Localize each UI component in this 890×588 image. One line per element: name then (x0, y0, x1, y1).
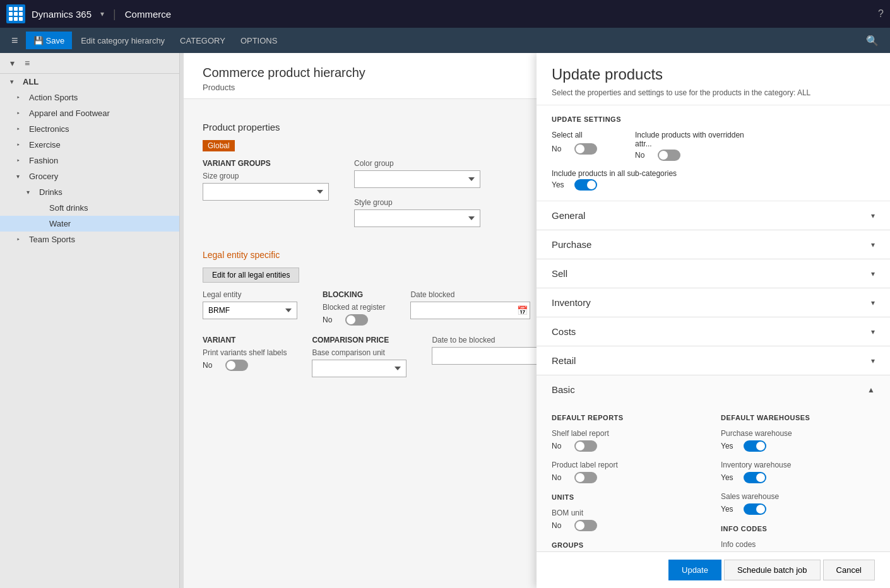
update-settings-label: UPDATE SETTINGS (552, 115, 875, 123)
date-to-be-blocked-input[interactable] (432, 347, 552, 365)
legal-entity-select[interactable]: BRMF (203, 302, 297, 319)
basic-right-column: DEFAULT WAREHOUSES Purchase warehouse Ye… (721, 414, 875, 551)
sidebar-label: Electronics (29, 124, 69, 134)
color-group-label: Color group (354, 159, 480, 168)
sidebar-item-action-sports[interactable]: ‣ Action Sports (0, 90, 179, 105)
accordion-sell: Sell ▾ (537, 259, 890, 288)
schedule-batch-job-button[interactable]: Schedule batch job (724, 560, 821, 580)
date-blocked-input[interactable] (410, 302, 530, 319)
accordion-inventory: Inventory ▾ (537, 288, 890, 317)
include-overridden-toggle[interactable] (658, 150, 680, 161)
toggle-slider (574, 179, 597, 191)
accordion-inventory-header[interactable]: Inventory ▾ (537, 288, 890, 317)
bom-unit-toggle[interactable] (574, 520, 597, 531)
sidebar-item-exercise[interactable]: ‣ Exercise (0, 137, 179, 153)
base-comparison-unit-select[interactable] (312, 360, 406, 377)
help-button[interactable]: ? (878, 8, 884, 20)
variant-label: VARIANT (203, 336, 287, 344)
panel-subtitle: Select the properties and settings to us… (552, 88, 875, 97)
basic-left-column: DEFAULT REPORTS Shelf label report No (552, 414, 706, 551)
edit-all-legal-entities-button[interactable]: Edit for all legal entities (203, 268, 299, 283)
hamburger-button[interactable]: ≡ (6, 32, 23, 50)
include-subcategories-row: Include products in all sub-categories Y… (552, 168, 875, 191)
apps-button[interactable] (6, 4, 25, 23)
shelf-label-toggle[interactable] (574, 440, 597, 452)
print-shelf-toggle[interactable] (225, 360, 248, 371)
expand-icon: ‣ (16, 110, 27, 117)
size-group-field: Size group (203, 172, 329, 201)
toggle-slider (574, 520, 597, 531)
color-group-select[interactable] (354, 170, 480, 188)
sidebar-label: Drinks (39, 187, 62, 197)
sidebar-item-all[interactable]: ▾ ALL (0, 74, 179, 90)
accordion-costs-header[interactable]: Costs ▾ (537, 317, 890, 346)
product-label-toggle[interactable] (574, 472, 597, 483)
sidebar-item-soft-drinks[interactable]: Soft drinks (0, 200, 179, 216)
inventory-warehouse-toggle[interactable] (744, 472, 766, 483)
blocking-label: BLOCKING (323, 290, 385, 299)
date-to-be-blocked-input-wrap: 📅 (432, 347, 552, 365)
accordion-basic-header[interactable]: Basic ▲ (537, 375, 890, 404)
sidebar-item-drinks[interactable]: ▾ Drinks (0, 184, 179, 200)
panel-footer: Update Schedule batch job Cancel (537, 551, 890, 588)
panel-header: Update products Select the properties an… (537, 53, 890, 105)
expand-icon: ‣ (16, 157, 27, 164)
edit-category-hierarchy-link[interactable]: Edit category hierarchy (74, 33, 171, 48)
chevron-down-icon: ▾ (871, 327, 875, 336)
accordion-purchase-header[interactable]: Purchase ▾ (537, 230, 890, 259)
toggle-slider (574, 472, 597, 483)
size-group-select[interactable] (203, 183, 329, 201)
sidebar-label: Team Sports (29, 235, 75, 244)
groups-label: GROUPS (552, 541, 706, 549)
shelf-label-value: No (552, 442, 569, 450)
sidebar-item-fashion[interactable]: ‣ Fashion (0, 153, 179, 168)
update-button[interactable]: Update (668, 560, 721, 580)
purchase-warehouse-toggle[interactable] (744, 440, 766, 452)
sidebar-item-electronics[interactable]: ‣ Electronics (0, 121, 179, 137)
save-label: Save (46, 36, 65, 45)
style-group-select[interactable] (354, 209, 480, 227)
collapse-all-icon: ▾ (10, 78, 20, 85)
inventory-warehouse-label: Inventory warehouse (721, 461, 875, 469)
save-button[interactable]: 💾 Save (26, 32, 73, 49)
save-icon: 💾 (33, 36, 44, 45)
include-subcategories-label: Include products in all sub-categories (552, 169, 677, 178)
blocked-at-register-toggle-wrap: No (323, 314, 385, 326)
accordion-purchase-label: Purchase (552, 239, 591, 250)
sales-warehouse-field: Sales warehouse Yes (721, 492, 875, 515)
legal-entity-field: Legal entity BRMF (203, 290, 297, 326)
toggle-slider (574, 440, 597, 452)
include-subcategories-toggle[interactable] (574, 179, 597, 191)
sales-warehouse-toggle[interactable] (744, 503, 766, 515)
accordion-general-header[interactable]: General ▾ (537, 201, 890, 230)
sidebar-item-team-sports[interactable]: ‣ Team Sports (0, 232, 179, 247)
sidebar-item-apparel[interactable]: ‣ Apparel and Footwear (0, 105, 179, 121)
category-link[interactable]: CATEGORY (174, 33, 232, 48)
sidebar-all-label: ALL (23, 77, 39, 86)
accordion-general-label: General (552, 210, 585, 221)
variant-field: VARIANT Print variants shelf labels No (203, 336, 287, 377)
toggle-slider (345, 314, 368, 326)
accordion-inventory-label: Inventory (552, 297, 591, 308)
blocked-at-register-toggle[interactable] (345, 314, 368, 326)
accordion-sell-header[interactable]: Sell ▾ (537, 259, 890, 288)
sidebar-item-grocery[interactable]: ▾ Grocery (0, 168, 179, 184)
sidebar-hamburger-icon[interactable]: ≡ (21, 57, 33, 69)
select-all-label: Select all (552, 131, 597, 139)
accordion-retail-header[interactable]: Retail ▾ (537, 346, 890, 375)
search-button[interactable]: 🔍 (861, 32, 884, 49)
basic-grid: DEFAULT REPORTS Shelf label report No (552, 414, 875, 551)
toggle-slider (744, 472, 766, 483)
sidebar-item-water[interactable]: Water (0, 216, 179, 232)
accordion-basic: Basic ▲ DEFAULT REPORTS Shelf label repo… (537, 375, 890, 551)
calendar-icon[interactable]: 📅 (517, 305, 528, 315)
options-link[interactable]: OPTIONS (234, 33, 284, 48)
chevron-up-icon: ▲ (867, 385, 875, 394)
sidebar-label: Water (49, 219, 71, 228)
cancel-button[interactable]: Cancel (823, 560, 875, 580)
sidebar-filter-icon[interactable]: ▾ (6, 57, 18, 69)
workspace: ▾ ≡ ▾ ALL ‣ Action Sports ‣ Apparel and … (0, 53, 890, 588)
accordion-retail-label: Retail (552, 355, 576, 366)
select-all-toggle[interactable] (574, 143, 597, 155)
panel-body: UPDATE SETTINGS Select all No (537, 105, 890, 551)
